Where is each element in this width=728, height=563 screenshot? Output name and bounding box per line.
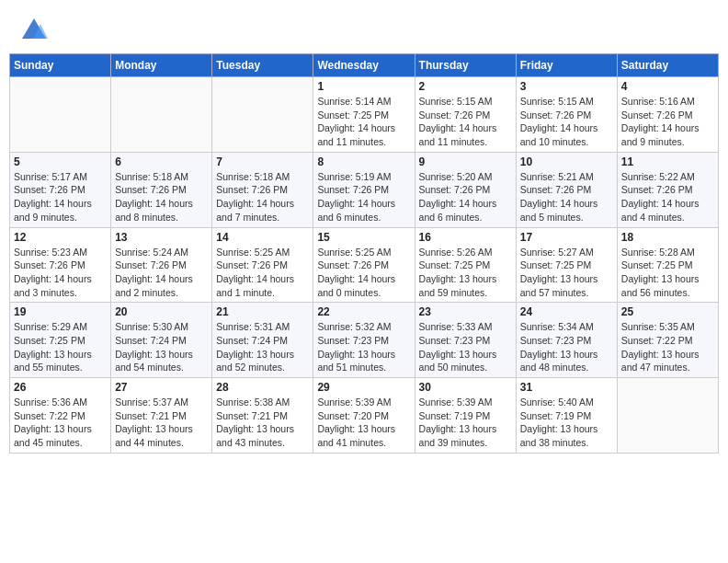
day-info: Sunrise: 5:29 AM Sunset: 7:25 PM Dayligh…: [14, 320, 107, 374]
day-number: 23: [419, 305, 512, 318]
calendar-week-1: 1Sunrise: 5:14 AM Sunset: 7:25 PM Daylig…: [10, 77, 719, 153]
calendar-day: 3Sunrise: 5:15 AM Sunset: 7:26 PM Daylig…: [516, 77, 617, 153]
day-number: 8: [317, 155, 410, 168]
calendar-day: 30Sunrise: 5:39 AM Sunset: 7:19 PM Dayli…: [415, 378, 516, 454]
calendar-day: 15Sunrise: 5:25 AM Sunset: 7:26 PM Dayli…: [313, 227, 415, 303]
day-info: Sunrise: 5:17 AM Sunset: 7:26 PM Dayligh…: [14, 170, 107, 224]
calendar-day: 10Sunrise: 5:21 AM Sunset: 7:26 PM Dayli…: [516, 152, 617, 227]
day-info: Sunrise: 5:39 AM Sunset: 7:19 PM Dayligh…: [419, 396, 512, 450]
day-number: 31: [520, 381, 613, 394]
calendar-day: 23Sunrise: 5:33 AM Sunset: 7:23 PM Dayli…: [415, 303, 516, 378]
calendar-week-4: 19Sunrise: 5:29 AM Sunset: 7:25 PM Dayli…: [10, 303, 719, 378]
day-info: Sunrise: 5:15 AM Sunset: 7:26 PM Dayligh…: [419, 95, 512, 149]
day-info: Sunrise: 5:26 AM Sunset: 7:25 PM Dayligh…: [419, 246, 512, 300]
day-info: Sunrise: 5:27 AM Sunset: 7:25 PM Dayligh…: [520, 246, 613, 300]
calendar-day: 12Sunrise: 5:23 AM Sunset: 7:26 PM Dayli…: [10, 227, 111, 303]
calendar-day: [617, 378, 718, 454]
calendar-day: 5Sunrise: 5:17 AM Sunset: 7:26 PM Daylig…: [10, 152, 111, 227]
calendar-day: [10, 77, 111, 153]
day-number: 13: [115, 231, 208, 244]
day-header-sunday: Sunday: [10, 54, 111, 77]
day-header-saturday: Saturday: [617, 54, 718, 77]
day-info: Sunrise: 5:20 AM Sunset: 7:26 PM Dayligh…: [419, 170, 512, 224]
calendar-day: 14Sunrise: 5:25 AM Sunset: 7:26 PM Dayli…: [212, 227, 313, 303]
calendar-day: 13Sunrise: 5:24 AM Sunset: 7:26 PM Dayli…: [111, 227, 212, 303]
calendar-day: 1Sunrise: 5:14 AM Sunset: 7:25 PM Daylig…: [313, 77, 415, 153]
day-number: 18: [621, 231, 714, 244]
day-number: 14: [216, 231, 309, 244]
day-number: 22: [317, 305, 410, 318]
calendar-day: 2Sunrise: 5:15 AM Sunset: 7:26 PM Daylig…: [415, 77, 516, 153]
logo: [20, 17, 51, 44]
calendar-day: 27Sunrise: 5:37 AM Sunset: 7:21 PM Dayli…: [111, 378, 212, 454]
day-number: 26: [14, 381, 107, 394]
day-number: 29: [317, 381, 410, 394]
calendar-day: 19Sunrise: 5:29 AM Sunset: 7:25 PM Dayli…: [10, 303, 111, 378]
day-info: Sunrise: 5:38 AM Sunset: 7:21 PM Dayligh…: [216, 396, 309, 450]
calendar-week-3: 12Sunrise: 5:23 AM Sunset: 7:26 PM Dayli…: [10, 227, 719, 303]
day-number: 2: [419, 80, 512, 93]
calendar-day: 7Sunrise: 5:18 AM Sunset: 7:26 PM Daylig…: [212, 152, 313, 227]
day-number: 30: [419, 381, 512, 394]
calendar-header-row: SundayMondayTuesdayWednesdayThursdayFrid…: [10, 54, 719, 77]
day-info: Sunrise: 5:34 AM Sunset: 7:23 PM Dayligh…: [520, 320, 613, 374]
calendar-day: 31Sunrise: 5:40 AM Sunset: 7:19 PM Dayli…: [516, 378, 617, 454]
day-info: Sunrise: 5:25 AM Sunset: 7:26 PM Dayligh…: [317, 246, 410, 300]
day-header-friday: Friday: [516, 54, 617, 77]
day-info: Sunrise: 5:36 AM Sunset: 7:22 PM Dayligh…: [14, 396, 107, 450]
day-number: 28: [216, 381, 309, 394]
logo-icon: [20, 17, 48, 44]
day-info: Sunrise: 5:22 AM Sunset: 7:26 PM Dayligh…: [621, 170, 714, 224]
day-info: Sunrise: 5:14 AM Sunset: 7:25 PM Dayligh…: [317, 95, 410, 149]
day-number: 21: [216, 305, 309, 318]
header: [9, 9, 719, 48]
day-info: Sunrise: 5:32 AM Sunset: 7:23 PM Dayligh…: [317, 320, 410, 374]
day-number: 9: [419, 155, 512, 168]
day-number: 11: [621, 155, 714, 168]
day-number: 17: [520, 231, 613, 244]
calendar-day: 11Sunrise: 5:22 AM Sunset: 7:26 PM Dayli…: [617, 152, 718, 227]
day-number: 25: [621, 305, 714, 318]
day-number: 12: [14, 231, 107, 244]
day-info: Sunrise: 5:33 AM Sunset: 7:23 PM Dayligh…: [419, 320, 512, 374]
day-number: 6: [115, 155, 208, 168]
calendar-day: 18Sunrise: 5:28 AM Sunset: 7:25 PM Dayli…: [617, 227, 718, 303]
calendar-day: 4Sunrise: 5:16 AM Sunset: 7:26 PM Daylig…: [617, 77, 718, 153]
day-number: 1: [317, 80, 410, 93]
day-number: 24: [520, 305, 613, 318]
calendar-day: 29Sunrise: 5:39 AM Sunset: 7:20 PM Dayli…: [313, 378, 415, 454]
day-info: Sunrise: 5:31 AM Sunset: 7:24 PM Dayligh…: [216, 320, 309, 374]
day-number: 19: [14, 305, 107, 318]
day-info: Sunrise: 5:28 AM Sunset: 7:25 PM Dayligh…: [621, 246, 714, 300]
calendar-day: 24Sunrise: 5:34 AM Sunset: 7:23 PM Dayli…: [516, 303, 617, 378]
day-number: 7: [216, 155, 309, 168]
calendar-day: 17Sunrise: 5:27 AM Sunset: 7:25 PM Dayli…: [516, 227, 617, 303]
day-header-wednesday: Wednesday: [313, 54, 415, 77]
calendar-day: 9Sunrise: 5:20 AM Sunset: 7:26 PM Daylig…: [415, 152, 516, 227]
day-info: Sunrise: 5:21 AM Sunset: 7:26 PM Dayligh…: [520, 170, 613, 224]
calendar-day: 25Sunrise: 5:35 AM Sunset: 7:22 PM Dayli…: [617, 303, 718, 378]
calendar-day: 6Sunrise: 5:18 AM Sunset: 7:26 PM Daylig…: [111, 152, 212, 227]
day-number: 5: [14, 155, 107, 168]
calendar-day: [111, 77, 212, 153]
calendar-day: [212, 77, 313, 153]
calendar-day: 20Sunrise: 5:30 AM Sunset: 7:24 PM Dayli…: [111, 303, 212, 378]
calendar-week-2: 5Sunrise: 5:17 AM Sunset: 7:26 PM Daylig…: [10, 152, 719, 227]
day-info: Sunrise: 5:19 AM Sunset: 7:26 PM Dayligh…: [317, 170, 410, 224]
calendar-day: 16Sunrise: 5:26 AM Sunset: 7:25 PM Dayli…: [415, 227, 516, 303]
day-header-tuesday: Tuesday: [212, 54, 313, 77]
day-info: Sunrise: 5:18 AM Sunset: 7:26 PM Dayligh…: [115, 170, 208, 224]
day-header-thursday: Thursday: [415, 54, 516, 77]
day-number: 10: [520, 155, 613, 168]
day-info: Sunrise: 5:25 AM Sunset: 7:26 PM Dayligh…: [216, 246, 309, 300]
calendar-day: 22Sunrise: 5:32 AM Sunset: 7:23 PM Dayli…: [313, 303, 415, 378]
calendar-day: 21Sunrise: 5:31 AM Sunset: 7:24 PM Dayli…: [212, 303, 313, 378]
day-info: Sunrise: 5:16 AM Sunset: 7:26 PM Dayligh…: [621, 95, 714, 149]
day-info: Sunrise: 5:40 AM Sunset: 7:19 PM Dayligh…: [520, 396, 613, 450]
calendar-day: 26Sunrise: 5:36 AM Sunset: 7:22 PM Dayli…: [10, 378, 111, 454]
day-number: 20: [115, 305, 208, 318]
day-header-monday: Monday: [111, 54, 212, 77]
day-info: Sunrise: 5:24 AM Sunset: 7:26 PM Dayligh…: [115, 246, 208, 300]
day-number: 27: [115, 381, 208, 394]
day-info: Sunrise: 5:37 AM Sunset: 7:21 PM Dayligh…: [115, 396, 208, 450]
